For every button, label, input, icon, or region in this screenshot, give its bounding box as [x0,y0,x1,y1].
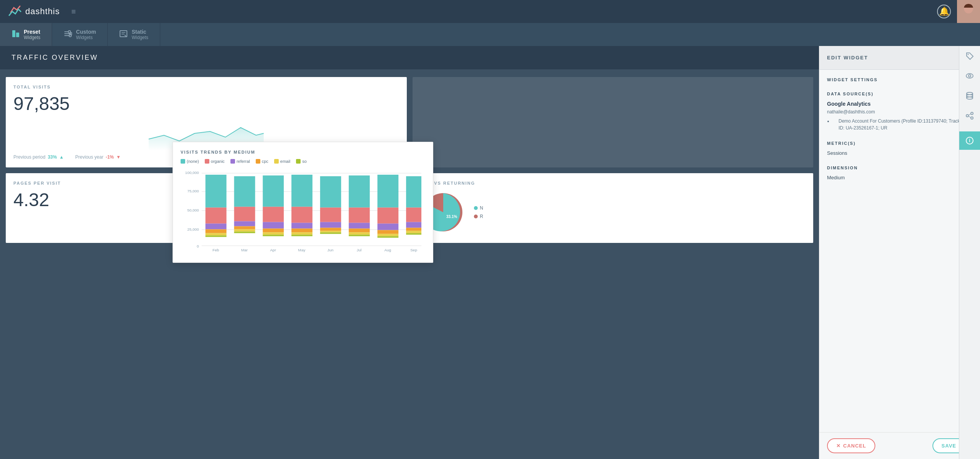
source-email: nathalie@dashthis.com [827,109,972,115]
prev-year: Previous year -1% ▼ [75,154,121,160]
svg-point-88 [968,75,971,77]
prev-period: Previous period 33% ▲ [13,154,64,160]
database-icon[interactable] [965,92,974,100]
widget-settings-section: WIDGET SETTINGS [827,77,972,82]
svg-point-87 [966,74,973,78]
svg-rect-33 [234,176,255,207]
dashboard-area: TRAFFIC OVERVIEW TOTAL VISITS 97,835 [0,46,819,459]
tab-preset-widgets[interactable]: Preset Widgets [0,23,52,46]
svg-text:33.1%: 33.1% [446,215,457,219]
svg-rect-42 [263,222,284,229]
preset-icon [12,30,20,40]
svg-text:Feb: Feb [212,248,219,252]
svg-rect-62 [349,208,370,223]
svg-rect-80 [406,233,421,234]
dashthis-logo-icon [8,5,21,18]
svg-rect-30 [206,233,227,235]
svg-rect-61 [349,175,370,208]
legend-dot-referral [230,159,235,164]
legend-new: N [474,205,483,211]
svg-point-94 [971,117,973,119]
svg-text:Mar: Mar [241,248,248,252]
legend-referral: referral [230,159,250,164]
svg-rect-4 [16,33,19,37]
data-sources-section: DATA SOURCE(S) Google Analytics nathalie… [827,92,972,131]
widget-type-bar: Preset Widgets Custom Widgets Static Wid… [0,23,980,46]
section-header: TRAFFIC OVERVIEW [0,46,819,69]
svg-text:i: i [969,138,970,143]
svg-line-95 [968,114,971,115]
svg-rect-77 [406,222,421,228]
svg-rect-28 [206,224,227,230]
svg-rect-63 [349,223,370,229]
svg-rect-52 [291,234,312,236]
svg-rect-45 [263,234,284,236]
total-visits-title: TOTAL VISITS [13,85,399,89]
flow-icon[interactable] [965,111,974,120]
dimension-section: DIMENSION Medium [827,166,972,180]
svg-rect-43 [263,229,284,233]
eye-icon[interactable] [965,72,974,80]
bar-chart-svg: 100,000 75,000 50,000 25,000 0 [181,169,425,253]
panel-header: EDIT WIDGET [819,46,980,70]
svg-text:May: May [298,248,306,252]
svg-rect-54 [320,176,341,208]
nvr-title: NEW VS RETURNING [420,181,806,185]
pie-chart-area: 33.1% N R [420,189,806,235]
chart-legend: (none) organic referral cpc email [181,159,425,164]
svg-rect-76 [406,208,421,222]
svg-text:25,000: 25,000 [187,227,199,231]
svg-rect-31 [206,235,227,237]
legend-dot-email [274,159,279,164]
svg-rect-38 [234,231,255,233]
svg-rect-34 [234,207,255,221]
legend-dot-cpc [256,159,260,164]
panel-footer: ✕ CANCEL SAVE ✓ [819,432,980,459]
legend-so: so [296,159,307,164]
new-dot [474,206,478,210]
svg-point-91 [967,97,973,99]
logo-area: dashthis ≡ [8,5,937,18]
svg-rect-47 [291,175,312,207]
svg-rect-56 [320,222,341,228]
svg-point-93 [971,112,973,115]
info-icon[interactable]: i [959,131,980,150]
chart-placeholder [413,77,814,167]
tag-icon[interactable] [965,52,974,60]
svg-text:0: 0 [197,244,199,248]
panel-content: WIDGET SETTINGS DATA SOURCE(S) Google An… [819,70,980,432]
svg-rect-78 [406,228,421,231]
svg-text:100,000: 100,000 [185,170,199,175]
hamburger-menu[interactable]: ≡ [71,7,76,16]
svg-rect-73 [377,236,398,238]
svg-text:Aug: Aug [384,248,391,252]
tab-static-widgets[interactable]: Static Widgets [108,23,160,46]
svg-rect-50 [291,229,312,233]
svg-text:Jul: Jul [357,248,362,252]
metrics-value: Sessions [827,150,972,156]
source-detail-list: Demo Account For Customers (Profile ID:1… [827,118,972,131]
legend-organic: organic [205,159,225,164]
svg-rect-70 [377,224,398,230]
bar-chart-title: VISITS TRENDS BY MEDIUM [181,150,425,154]
svg-rect-66 [349,234,370,236]
returning-dot [474,215,478,218]
tab-custom-widgets[interactable]: Custom Widgets [52,23,108,46]
notification-icon[interactable]: 🔔 [937,5,951,18]
metrics-label: METRIC(S) [827,141,972,146]
svg-text:Apr: Apr [270,248,276,252]
svg-rect-44 [263,232,284,234]
svg-rect-36 [234,226,255,230]
legend-dot-organic [205,159,209,164]
svg-rect-35 [234,221,255,226]
main-content: TRAFFIC OVERVIEW TOTAL VISITS 97,835 [0,46,980,459]
svg-rect-68 [377,175,398,208]
preset-tab-text: Preset Widgets [24,29,40,40]
svg-text:50,000: 50,000 [187,208,199,212]
source-name: Google Analytics [827,101,972,107]
widget-settings-label: WIDGET SETTINGS [827,77,972,82]
cancel-x-icon: ✕ [836,443,841,449]
avatar[interactable] [957,0,980,23]
dimension-value: Medium [827,175,972,180]
cancel-button[interactable]: ✕ CANCEL [827,438,875,453]
